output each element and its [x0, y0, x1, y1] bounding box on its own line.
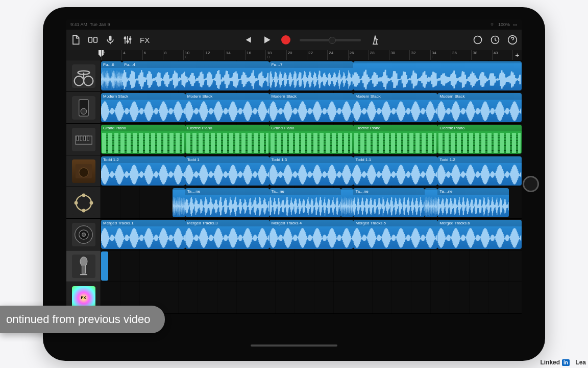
ruler-tick[interactable]: 2 — [101, 50, 121, 60]
audio-region[interactable]: Ta…ne — [437, 188, 509, 217]
audio-region[interactable]: Merged Tracks.3 — [185, 220, 270, 249]
track-row-stack: Modern StackModern StackModern StackMode… — [66, 92, 522, 124]
mixer-icon[interactable] — [122, 35, 133, 45]
browser-icon[interactable] — [88, 35, 98, 45]
rewind-button[interactable] — [242, 35, 253, 45]
audio-region[interactable]: Todd 1.2 — [101, 156, 185, 186]
track-header[interactable] — [66, 187, 101, 218]
audio-region[interactable]: Ta…ne — [185, 188, 270, 217]
ruler-tick[interactable]: 10C — [183, 50, 204, 60]
region-label: Ta…ne — [353, 188, 425, 195]
region-label: Electric Piano — [185, 125, 270, 131]
audio-region[interactable] — [425, 188, 437, 217]
metronome-icon[interactable] — [370, 35, 380, 45]
loop-icon[interactable] — [473, 35, 483, 45]
svg-point-25 — [75, 201, 77, 204]
audio-region[interactable]: Modern Stack — [353, 93, 437, 122]
region-label: Merged Tracks.4 — [270, 220, 354, 226]
stack-icon — [72, 96, 95, 120]
audio-region[interactable]: Modern Stack — [101, 93, 185, 122]
audio-region[interactable]: Fu…7 — [270, 61, 354, 90]
audio-region[interactable]: Todd 1.3 — [270, 156, 354, 186]
track-header[interactable] — [66, 219, 101, 250]
ruler-tick[interactable]: 16 — [245, 50, 265, 60]
master-volume-slider[interactable] — [300, 39, 361, 41]
audio-region[interactable] — [173, 188, 185, 217]
ruler-tick[interactable]: 30 — [389, 50, 409, 60]
midi-region[interactable]: Grand Piano — [270, 125, 354, 154]
track-header[interactable] — [66, 92, 101, 123]
ruler-tick[interactable]: 34F — [430, 50, 451, 60]
region-label — [173, 188, 185, 190]
audio-region[interactable]: Ta…ne — [353, 188, 425, 217]
my-songs-icon[interactable] — [70, 35, 81, 45]
track-header[interactable] — [66, 124, 101, 155]
track-lane[interactable]: Grand PianoElectric PianoGrand PianoElec… — [101, 124, 522, 155]
track-lane[interactable] — [101, 250, 522, 282]
drumkit-icon — [72, 64, 95, 88]
ruler-tick[interactable]: 12 — [204, 50, 224, 60]
ruler-tick[interactable]: 32 — [409, 50, 430, 60]
ruler-tick[interactable]: 8 — [163, 50, 183, 60]
audio-region[interactable]: Merged Tracks.5 — [353, 220, 437, 249]
track-header[interactable] — [66, 60, 101, 91]
ruler-tick[interactable]: 28 — [369, 50, 389, 60]
ruler-tick[interactable]: 22 — [307, 50, 327, 60]
audio-region[interactable]: Ta…ne — [270, 188, 341, 217]
midi-region[interactable]: Grand Piano — [101, 125, 185, 154]
ruler-tick[interactable]: 4 — [121, 50, 142, 60]
region-label: Merged Tracks.1 — [101, 220, 185, 226]
ruler-tick[interactable]: 36 — [451, 50, 471, 60]
ipad-home-button[interactable] — [523, 176, 539, 192]
settings-icon[interactable] — [490, 35, 500, 45]
svg-point-3 — [124, 37, 126, 39]
audio-region[interactable]: Todd 1 — [185, 156, 270, 186]
record-button[interactable] — [281, 35, 290, 44]
track-lane[interactable]: Fu…6Fu…4Fu…7 — [101, 60, 522, 91]
audio-region[interactable]: Fu…4 — [122, 61, 269, 90]
track-lane[interactable]: Modern StackModern StackModern StackMode… — [101, 92, 522, 123]
ruler-tick[interactable]: 20 — [286, 50, 307, 60]
audio-region[interactable]: Modern Stack — [437, 93, 522, 122]
track-lane[interactable] — [101, 282, 522, 313]
audio-region[interactable]: Fu…6 — [101, 61, 122, 90]
audio-region[interactable]: Modern Stack — [185, 93, 270, 122]
audio-region[interactable]: Modern Stack — [270, 93, 354, 122]
track-lane[interactable]: Merged Tracks.1Merged Tracks.3Merged Tra… — [101, 219, 522, 250]
midi-region[interactable]: Electric Piano — [437, 125, 522, 154]
audio-region[interactable]: Merged Tracks.4 — [270, 220, 354, 249]
ruler-tick[interactable]: 18D — [265, 50, 286, 60]
track-header[interactable] — [66, 250, 101, 282]
timeline-ruler[interactable]: 246810C12141618D20222426E28303234F363840… — [101, 50, 522, 60]
ruler-tick[interactable]: 6 — [142, 50, 163, 60]
audio-region[interactable]: Todd 1.2 — [437, 156, 522, 186]
audio-region[interactable]: Merged Tracks.1 — [101, 220, 185, 249]
play-button[interactable] — [262, 35, 272, 45]
audio-region[interactable]: Todd 1.1 — [353, 156, 437, 186]
track-header[interactable] — [66, 155, 101, 187]
track-lane[interactable]: Ta…neTa…neTa…neTa…ne — [101, 187, 522, 218]
audio-region[interactable] — [101, 251, 108, 281]
add-section-button[interactable]: + — [512, 50, 522, 60]
svg-rect-15 — [77, 136, 78, 141]
ruler-row: 246810C12141618D20222426E28303234F363840… — [66, 50, 522, 60]
ruler-tick[interactable]: 24 — [327, 50, 348, 60]
audio-region[interactable]: Merged Tracks.6 — [437, 220, 522, 249]
region-label: Ta…ne — [185, 188, 270, 195]
track-row-guitar: Todd 1.2Todd 1Todd 1.3Todd 1.1Todd 1.2 — [66, 155, 522, 187]
mic-icon[interactable] — [105, 35, 115, 45]
ruler-tick[interactable]: 38 — [471, 50, 492, 60]
region-label: Modern Stack — [353, 93, 437, 100]
ruler-tick[interactable]: 40 — [492, 50, 512, 60]
ios-home-indicator[interactable] — [251, 344, 337, 347]
track-lane[interactable]: Todd 1.2Todd 1Todd 1.3Todd 1.1Todd 1.2 — [101, 155, 522, 187]
ruler-tick[interactable]: 14 — [225, 50, 245, 60]
midi-region[interactable]: Electric Piano — [185, 125, 270, 154]
midi-region[interactable]: Electric Piano — [353, 125, 437, 154]
audio-region[interactable] — [341, 188, 354, 217]
ruler-tick[interactable]: 26E — [348, 50, 369, 60]
tambourine-icon — [72, 191, 95, 215]
fx-button[interactable]: FX — [140, 36, 150, 44]
help-icon[interactable] — [507, 35, 518, 45]
audio-region[interactable] — [353, 61, 522, 90]
